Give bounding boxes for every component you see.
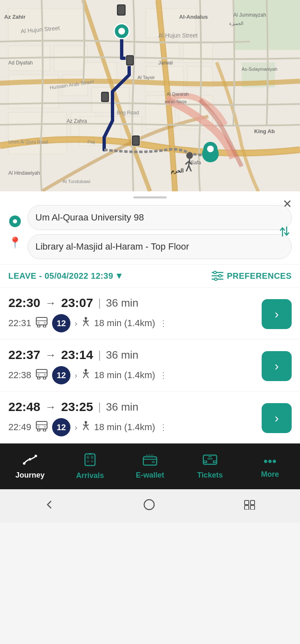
walk-icon	[82, 369, 90, 382]
journey-time-row: 22:37 → 23:14 | 36 min	[8, 348, 255, 362]
tickets-icon	[202, 453, 218, 469]
back-button[interactable]	[32, 495, 67, 517]
svg-rect-9	[8, 112, 67, 154]
leave-chevron: ▾	[117, 270, 122, 281]
route-badge: 12	[52, 366, 70, 384]
svg-text:Az Zahra: Az Zahra	[67, 118, 87, 124]
svg-rect-92	[85, 454, 95, 466]
svg-rect-98	[143, 457, 157, 465]
journey-detail-row: 22:38 12 ›	[8, 366, 255, 384]
svg-rect-82	[36, 421, 47, 429]
walk-distance: 18 min (1.4km)	[94, 370, 155, 381]
walk-icon	[82, 317, 90, 330]
nav-item-ewallet[interactable]: E-wallet	[120, 449, 180, 484]
preferences-button[interactable]: PREFERENCES	[212, 271, 292, 281]
preferences-icon	[212, 271, 223, 281]
svg-text:At Tundubawi: At Tundubawi	[62, 179, 90, 184]
ewallet-icon	[142, 453, 158, 469]
journey-item-info: 22:30 → 23:07 | 36 min 22:31	[8, 296, 255, 332]
journey-depart: 22:37	[8, 348, 40, 362]
svg-point-79	[38, 377, 40, 379]
arrow-right-icon: ›	[275, 359, 279, 373]
journey-icon	[22, 453, 38, 469]
svg-text:iSafa: iSafa	[190, 160, 201, 166]
map-canvas: Al Hujun Street Al Hujun Street Hussain …	[0, 0, 300, 191]
svg-rect-68	[36, 317, 47, 325]
journey-item: 22:37 → 23:14 | 36 min 22:38	[0, 339, 300, 391]
journey-detail-button[interactable]: ›	[262, 299, 292, 329]
journey-detail-button[interactable]: ›	[262, 403, 292, 433]
journey-detail-button[interactable]: ›	[262, 351, 292, 381]
recent-button[interactable]	[231, 495, 268, 517]
svg-text:As-Sulaymaniyah: As-Sulaymaniyah	[242, 67, 278, 72]
nav-item-journey[interactable]: Journey	[0, 449, 60, 484]
route-badge: 12	[52, 418, 70, 436]
svg-point-73	[43, 325, 46, 327]
journey-arrow-icon: →	[45, 297, 56, 310]
svg-point-66	[219, 275, 221, 277]
destination-input[interactable]	[28, 234, 292, 259]
svg-text:Brig Road: Brig Road	[117, 110, 139, 116]
svg-point-39	[207, 146, 214, 152]
journey-separator: |	[98, 349, 101, 362]
journey-arrive: 23:25	[61, 400, 93, 414]
bus-icon	[35, 421, 48, 434]
bottom-sheet: × 📍 LEAVE - 05/04/2022 12:39 ▾	[0, 191, 300, 443]
svg-rect-93	[87, 456, 89, 459]
journey-separator: |	[98, 297, 101, 310]
arrow-right-icon: ›	[275, 411, 279, 425]
svg-rect-25	[127, 56, 133, 64]
svg-rect-77	[38, 374, 40, 376]
svg-rect-97	[89, 453, 91, 455]
leave-button[interactable]: LEAVE - 05/04/2022 12:39 ▾	[8, 270, 121, 281]
journey-depart: 22:30	[8, 296, 40, 310]
origin-input[interactable]	[28, 205, 292, 230]
journey-arrive: 23:14	[61, 348, 93, 362]
home-button[interactable]	[131, 495, 168, 518]
more-icon: •••	[263, 454, 277, 468]
journey-item-info: 22:48 → 23:25 | 36 min 22:49	[8, 400, 255, 436]
journey-results: 22:30 → 23:07 | 36 min 22:31	[0, 287, 300, 443]
bottom-nav: Journey Arrivals E-wallet	[0, 443, 300, 489]
nav-label-ewallet: E-wallet	[136, 471, 164, 480]
more-dots-icon: ⋮	[159, 370, 168, 380]
svg-rect-107	[250, 505, 255, 510]
bus-depart-time: 22:31	[8, 318, 31, 329]
svg-rect-105	[250, 500, 255, 505]
svg-rect-29	[133, 136, 139, 145]
leave-row: LEAVE - 05/04/2022 12:39 ▾ PREFERENCES	[0, 264, 300, 287]
drag-handle-row	[0, 191, 300, 202]
svg-point-86	[38, 429, 40, 431]
svg-rect-78	[44, 374, 46, 376]
bus-depart-time: 22:38	[8, 370, 31, 381]
nav-item-tickets[interactable]: Tickets	[180, 449, 240, 484]
svg-point-80	[43, 377, 46, 379]
svg-text:Al Jummayzah: Al Jummayzah	[233, 12, 266, 18]
svg-rect-4	[8, 8, 83, 42]
journey-time-row: 22:48 → 23:25 | 36 min	[8, 400, 255, 414]
system-nav	[0, 489, 300, 523]
leave-label: LEAVE - 05/04/2022 12:39	[8, 271, 113, 281]
arrivals-icon	[83, 453, 97, 470]
svg-rect-103	[144, 500, 154, 510]
arrow-right-icon: ›	[275, 307, 279, 321]
svg-rect-85	[44, 426, 46, 428]
map-section: Al Hujun Street Al Hujun Street Hussain …	[0, 0, 300, 191]
nav-item-more[interactable]: ••• More	[240, 450, 300, 483]
walk-distance: 18 min (1.4km)	[94, 318, 155, 329]
more-dots-icon: ⋮	[159, 422, 168, 432]
svg-rect-104	[245, 500, 249, 505]
svg-text:Jarwal: Jarwal	[158, 60, 173, 66]
journey-duration: 36 min	[106, 401, 138, 414]
journey-duration: 36 min	[106, 349, 138, 362]
svg-text:Al Hujun Street: Al Hujun Street	[158, 32, 198, 39]
svg-rect-84	[38, 426, 40, 428]
journey-arrive: 23:07	[61, 296, 93, 310]
svg-text:Umm Al Qura Road: Umm Al Qura Road	[8, 139, 48, 144]
bus-icon	[35, 317, 48, 330]
swap-button[interactable]	[278, 225, 292, 242]
svg-point-89	[23, 462, 25, 465]
nav-item-arrivals[interactable]: Arrivals	[60, 449, 120, 484]
journey-item: 22:48 → 23:25 | 36 min 22:49	[0, 391, 300, 443]
svg-text:الجميزة: الجميزة	[229, 21, 243, 26]
